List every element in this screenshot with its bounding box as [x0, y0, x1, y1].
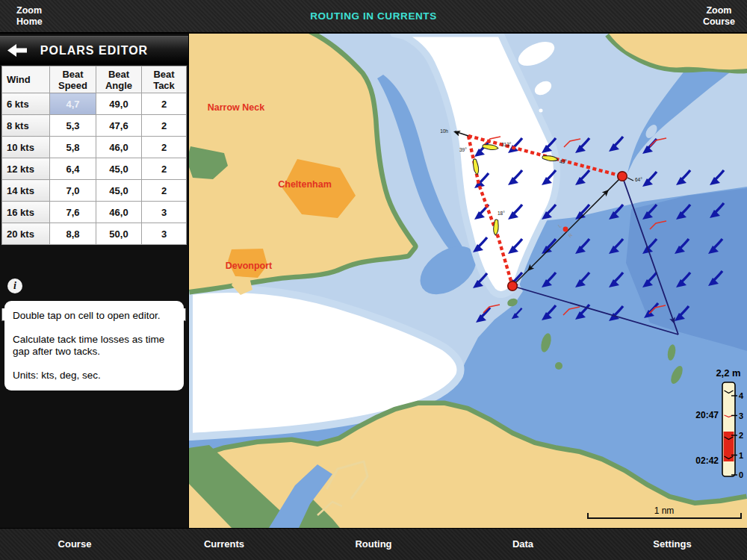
- route-waypoint[interactable]: [618, 172, 627, 181]
- tack-cell[interactable]: 2: [142, 93, 187, 115]
- angle-cell[interactable]: 46,0: [96, 202, 142, 223]
- table-row: 10 kts5,846,02: [2, 137, 187, 158]
- speed-cell[interactable]: 8,8: [50, 223, 96, 245]
- wind-cell[interactable]: 20 kts: [2, 223, 50, 245]
- speed-cell[interactable]: 5,3: [50, 115, 96, 137]
- tab-routing[interactable]: Routing: [299, 529, 448, 560]
- bearing-label: 10h: [440, 128, 448, 134]
- wind-cell[interactable]: 16 kts: [2, 202, 50, 223]
- route-waypoint[interactable]: [508, 281, 518, 291]
- speed-cell[interactable]: 5,8: [50, 137, 96, 158]
- svg-text:2,2 m: 2,2 m: [716, 367, 740, 379]
- angle-cell[interactable]: 47,6: [96, 115, 142, 137]
- panel-title: POLARS EDITOR: [0, 37, 188, 64]
- polars-editor-header: POLARS EDITOR: [0, 36, 188, 65]
- column-header: BeatSpeed: [50, 66, 96, 93]
- info-icon: i: [7, 279, 22, 293]
- layline-midpoint: [563, 227, 568, 232]
- tack-cell[interactable]: 2: [142, 115, 187, 137]
- speed-cell[interactable]: 4,7: [50, 93, 96, 115]
- angle-cell[interactable]: 50,0: [96, 223, 142, 245]
- place-label: Cheltenham: [278, 179, 332, 190]
- tack-cell[interactable]: 2: [142, 180, 187, 202]
- column-header: Wind: [2, 66, 50, 93]
- table-row: 16 kts7,646,03: [2, 202, 187, 223]
- wind-cell[interactable]: 8 kts: [2, 115, 50, 137]
- tack-cell[interactable]: 2: [142, 158, 187, 180]
- page-title: ROUTING IN CURRENTS: [0, 10, 747, 22]
- top-bar: Zoom Home ROUTING IN CURRENTS Zoom Cours…: [0, 0, 747, 34]
- tack-cell[interactable]: 3: [142, 202, 187, 223]
- bottom-tab-bar: CourseCurrentsRoutingDataSettings: [0, 528, 747, 560]
- wind-cell[interactable]: 14 kts: [2, 180, 50, 202]
- wind-cell[interactable]: 12 kts: [2, 158, 50, 180]
- bearing-label: 18°: [498, 211, 505, 216]
- gauge-tick-label: 2: [739, 431, 743, 440]
- speed-cell[interactable]: 7,6: [50, 202, 96, 223]
- svg-text:1 nm: 1 nm: [654, 505, 675, 516]
- table-row: 6 kts4,749,02: [2, 93, 187, 115]
- speed-cell[interactable]: 6,4: [50, 158, 96, 180]
- islet: [555, 362, 562, 370]
- angle-cell[interactable]: 46,0: [96, 137, 142, 158]
- wind-cell[interactable]: 6 kts: [2, 93, 50, 115]
- info-message-box: Double tap on cell to open editor.Calcul…: [4, 301, 184, 391]
- table-row: 14 kts7,045,02: [2, 180, 187, 202]
- column-header: BeatAngle: [96, 66, 142, 93]
- zoom-course-button[interactable]: Zoom Course: [703, 5, 735, 28]
- polars-editor-panel: POLARS EDITOR WindBeatSpeedBeatAngleBeat…: [0, 34, 189, 528]
- bearing-label: 64°: [635, 177, 642, 182]
- table-row: 12 kts6,445,02: [2, 158, 187, 180]
- tab-course[interactable]: Course: [0, 529, 149, 560]
- tack-cell[interactable]: 3: [142, 223, 187, 245]
- svg-text:20:47: 20:47: [695, 410, 719, 420]
- tack-cell[interactable]: 2: [142, 137, 187, 158]
- place-label: Narrow Neck: [208, 102, 264, 113]
- gauge-tick-label: 0: [739, 470, 743, 479]
- svg-text:02:42: 02:42: [695, 455, 719, 466]
- bearing-label: 313°: [501, 142, 512, 147]
- gauge-tick-label: 4: [739, 391, 744, 400]
- speed-cell[interactable]: 7,0: [50, 180, 96, 202]
- angle-cell[interactable]: 45,0: [96, 180, 142, 202]
- column-header: BeatTack: [142, 66, 187, 93]
- gauge-tick-label: 1: [739, 451, 743, 460]
- wind-cell[interactable]: 10 kts: [2, 137, 50, 158]
- table-row: 8 kts5,347,62: [2, 115, 187, 137]
- tab-settings[interactable]: Settings: [598, 529, 747, 560]
- place-label: Devonport: [226, 261, 273, 271]
- tab-currents[interactable]: Currents: [149, 529, 299, 560]
- angle-cell[interactable]: 49,0: [96, 93, 142, 115]
- app-window: { "title_bar": { "left_button": {"line1"…: [0, 0, 747, 560]
- tab-data[interactable]: Data: [448, 529, 598, 560]
- bearing-label: 43°: [560, 159, 567, 164]
- back-arrow-icon[interactable]: [7, 43, 27, 57]
- table-row: 20 kts8,850,03: [2, 223, 187, 245]
- gauge-tick-label: 3: [739, 411, 743, 420]
- polars-table[interactable]: WindBeatSpeedBeatAngleBeatTack 6 kts4,74…: [1, 66, 187, 245]
- angle-cell[interactable]: 45,0: [96, 158, 142, 180]
- bearing-label: 39°: [459, 147, 467, 152]
